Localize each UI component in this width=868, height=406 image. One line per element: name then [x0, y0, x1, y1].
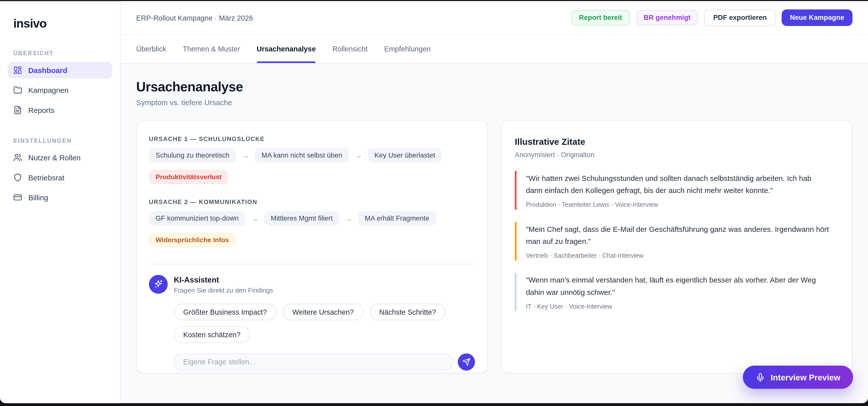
chain-chip: MA erhält Fragmente [358, 211, 436, 226]
sidebar-section-einstellungen: EINSTELLUNGEN [8, 137, 113, 144]
impact-badge-produktivitaetsverlust: Produktivitätsverlust [149, 170, 228, 184]
interview-preview-button[interactable]: Interview Preview [743, 366, 853, 389]
arrow-right-icon: → [354, 151, 362, 160]
quote-text: "Wir hatten zwei Schulungsstunden und so… [526, 173, 829, 197]
chain-chip: MA kann nicht selbst üben [255, 148, 349, 163]
page-title: Ursachenanalyse [136, 79, 852, 95]
sparkles-icon [153, 279, 163, 289]
tab-ursachenanalyse[interactable]: Ursachenanalyse [257, 35, 316, 63]
tab-ueberblick[interactable]: Überblick [136, 35, 166, 63]
sidebar-item-nutzer-rollen[interactable]: Nutzer & Rollen [8, 149, 113, 166]
quotes-card: Illustrative Zitate Anonymisiert · Origi… [501, 120, 853, 373]
ai-assistant-subtitle: Fragen Sie direkt zu den Findings [174, 286, 273, 294]
chain-chip: Mittleres Mgmt filiert [264, 211, 339, 226]
app-window: insivo ÜBERSICHT Dashboard Kampagnen [0, 1, 868, 403]
ai-avatar [149, 275, 168, 294]
file-text-icon [13, 106, 22, 114]
sidebar-item-label: Betriebsrat [28, 173, 64, 182]
credit-card-icon [13, 193, 22, 202]
quote-meta: IT · Key User · Voice-Interview [526, 303, 839, 310]
cause-1-heading: URSACHE 1 — SCHULUNGSLÜCKE [149, 135, 475, 142]
suggestion-chip-kosten-schaetzen[interactable]: Kosten schätzen? [174, 326, 250, 343]
sidebar-item-betriebsrat[interactable]: Betriebsrat [8, 169, 113, 186]
quote-meta: Produktion · Teamleiter Lewis · Voice-In… [526, 201, 839, 208]
suggestion-chip-naechste-schritte[interactable]: Nächste Schritte? [370, 304, 445, 320]
root-cause-card: URSACHE 1 — SCHULUNGSLÜCKE Schulung zu t… [136, 120, 488, 373]
pdf-export-button[interactable]: PDF exportieren [705, 9, 776, 26]
tab-rollensicht[interactable]: Rollensicht [332, 35, 367, 63]
quote-item: "Mein Chef sagt, dass die E-Mail der Ges… [515, 222, 839, 261]
arrow-right-icon: → [345, 214, 352, 223]
screen: insivo ÜBERSICHT Dashboard Kampagnen [0, 0, 868, 406]
send-icon [462, 358, 470, 366]
cause-2-chain: GF kommuniziert top-down → Mittleres Mgm… [149, 211, 475, 226]
quote-text: "Wenn man's einmal verstanden hat, läuft… [526, 274, 829, 298]
sidebar-item-reports[interactable]: Reports [8, 102, 113, 119]
status-badge-report: Report bereit [571, 10, 630, 26]
tab-themen-muster[interactable]: Themen & Muster [183, 35, 240, 63]
suggestion-row-1: Größter Business Impact? Weitere Ursache… [174, 304, 475, 320]
ask-row [174, 353, 475, 370]
cards-row: URSACHE 1 — SCHULUNGSLÜCKE Schulung zu t… [136, 120, 852, 373]
app-logo: insivo [8, 16, 113, 31]
sidebar: insivo ÜBERSICHT Dashboard Kampagnen [0, 1, 121, 403]
arrow-right-icon: → [251, 214, 259, 223]
chain-chip: Schulung zu theoretisch [149, 148, 236, 163]
users-icon [13, 153, 22, 162]
tab-empfehlungen[interactable]: Empfehlungen [384, 35, 431, 63]
main-area: ERP-Rollout Kampagne · März 2026 Report … [121, 1, 868, 403]
suggestion-row-2: Kosten schätzen? [174, 326, 475, 343]
breadcrumb: ERP-Rollout Kampagne · März 2026 [136, 13, 253, 22]
dashboard-icon [13, 66, 22, 74]
sidebar-item-label: Kampagnen [28, 86, 68, 94]
quotes-subtitle: Anonymisiert · Originalton [515, 151, 839, 159]
suggestion-chip-weitere-ursachen[interactable]: Weitere Ursachen? [283, 304, 363, 320]
topbar: ERP-Rollout Kampagne · März 2026 Report … [121, 1, 868, 35]
send-button[interactable] [458, 353, 475, 370]
quote-item: "Wenn man's einmal verstanden hat, läuft… [515, 273, 839, 311]
new-campaign-button[interactable]: Neue Kampagne [782, 9, 852, 26]
quote-text: "Mein Chef sagt, dass die E-Mail der Ges… [526, 223, 829, 247]
divider [149, 264, 475, 264]
content: Ursachenanalyse Symptom vs. tiefere Ursa… [121, 64, 868, 403]
chain-chip: GF kommuniziert top-down [149, 211, 245, 226]
cause-2-heading: URSACHE 2 — KOMMUNIKATION [149, 199, 475, 205]
chain-chip: Key User überlastet [368, 148, 442, 163]
arrow-right-icon: → [242, 151, 249, 160]
ai-assistant-titles: KI-Assistent Fragen Sie direkt zu den Fi… [174, 275, 273, 294]
impact-badge-widerspruechliche-infos: Widersprüchliche Infos [149, 233, 236, 247]
sidebar-item-dashboard[interactable]: Dashboard [8, 62, 113, 78]
sidebar-item-billing[interactable]: Billing [8, 189, 113, 206]
ai-assistant-header: KI-Assistent Fragen Sie direkt zu den Fi… [149, 275, 475, 294]
interview-preview-label: Interview Preview [771, 372, 840, 382]
cause-1-chain: Schulung zu theoretisch → MA kann nicht … [149, 148, 475, 163]
sidebar-item-kampagnen[interactable]: Kampagnen [8, 82, 113, 98]
sidebar-section-uebersicht: ÜBERSICHT [8, 50, 113, 56]
shield-icon [13, 173, 22, 182]
sidebar-item-label: Dashboard [28, 66, 67, 74]
topbar-actions: Report bereit BR genehmigt PDF exportier… [571, 9, 853, 26]
ai-assistant-title: KI-Assistent [174, 275, 273, 284]
sidebar-item-label: Billing [28, 193, 48, 202]
ai-assistant-body: Größter Business Impact? Weitere Ursache… [174, 304, 475, 371]
question-input[interactable] [174, 353, 453, 370]
status-badge-br: BR genehmigt [636, 10, 698, 26]
page-subtitle: Symptom vs. tiefere Ursache [136, 98, 852, 107]
quotes-title: Illustrative Zitate [515, 137, 839, 147]
sidebar-item-label: Reports [28, 106, 54, 114]
suggestion-chip-business-impact[interactable]: Größter Business Impact? [174, 304, 276, 320]
quote-item: "Wir hatten zwei Schulungsstunden und so… [515, 171, 839, 209]
microphone-icon [756, 372, 765, 382]
sidebar-item-label: Nutzer & Rollen [28, 154, 81, 162]
quote-meta: Vertrieb · Sachbearbeiter · Chat-Intervi… [526, 252, 839, 259]
tab-bar: Überblick Themen & Muster Ursachenanalys… [121, 35, 868, 64]
folder-icon [13, 86, 22, 95]
